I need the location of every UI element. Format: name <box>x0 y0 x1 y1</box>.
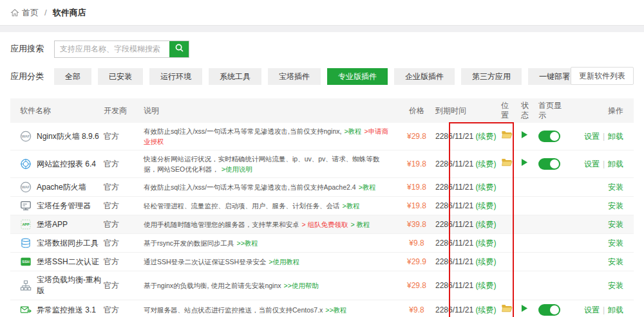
database-sync-icon <box>20 237 32 249</box>
category-button[interactable]: 第三方应用 <box>461 68 522 85</box>
homepage-toggle[interactable] <box>538 131 560 142</box>
expiry-cell: 2286/11/21 (续费) <box>435 201 501 212</box>
play-icon[interactable] <box>521 304 528 312</box>
uninstall-link[interactable]: 卸载 <box>608 159 623 168</box>
breadcrumb-home[interactable]: 首页 <box>22 7 39 19</box>
app-name: 网站监控报表 6.4 <box>37 159 96 170</box>
table-header: 软件名称 开发商 说明 价格 到期时间 位置 状态 首页显示 操作 <box>10 98 634 123</box>
folder-icon[interactable] <box>501 130 513 140</box>
app-name: 堡塔SSH二次认证 <box>37 257 99 267</box>
table-row: WAF Apache防火墙 官方 有效防止sql注入/xss/一句话木马等常见渗… <box>10 178 634 197</box>
settings-link[interactable]: 设置 <box>584 305 600 314</box>
home-icon <box>10 8 19 17</box>
install-link[interactable]: 安装 <box>608 220 623 229</box>
category-button[interactable]: 已安装 <box>98 68 143 85</box>
description-link[interactable]: >教程 <box>359 183 376 191</box>
action-cell: 安装 <box>572 257 634 267</box>
category-button[interactable]: 专业版插件 <box>327 68 388 85</box>
install-link[interactable]: 安装 <box>608 239 623 248</box>
expiry-date: 2286/11/21 <box>435 159 473 168</box>
home-show-cell <box>538 158 572 170</box>
renew-link[interactable]: (续费) <box>476 132 497 141</box>
category-button[interactable]: 运行环境 <box>149 68 202 85</box>
renew-link[interactable]: (续费) <box>476 281 497 290</box>
category-label: 应用分类 <box>10 71 54 82</box>
svg-text:WAF: WAF <box>22 185 30 189</box>
action-cell: 设置|卸载 <box>572 305 634 316</box>
description-link[interactable]: >>使用帮助 <box>284 282 319 289</box>
play-icon[interactable] <box>521 131 528 139</box>
description-link[interactable]: >使用说明 <box>222 165 252 173</box>
category-list: 全部已安装运行环境系统工具宝塔插件专业版插件企业版插件第三方应用一键部署 <box>54 68 587 85</box>
renew-link[interactable]: (续费) <box>476 183 497 192</box>
app-description: 基于rsync开发的数据同步工具>>教程 <box>144 238 398 248</box>
play-icon[interactable] <box>521 158 528 167</box>
renew-link[interactable]: (续费) <box>476 257 497 266</box>
header-name: 软件名称 <box>10 106 104 116</box>
description-link[interactable]: >教程 <box>344 127 361 135</box>
folder-icon[interactable] <box>501 158 513 167</box>
developer: 官方 <box>104 159 144 170</box>
category-button[interactable]: 全部 <box>54 68 91 85</box>
app-name: 宝塔任务管理器 <box>37 201 91 212</box>
price: ¥29.8 <box>398 131 435 142</box>
renew-link[interactable]: (续费) <box>476 201 497 210</box>
install-link[interactable]: 安装 <box>608 201 623 210</box>
action-cell: 安装 <box>572 219 634 230</box>
expiry-date: 2286/11/21 <box>435 201 473 210</box>
install-link[interactable]: 安装 <box>608 281 623 290</box>
developer: 官方 <box>104 280 144 291</box>
search-section: 应用搜索 <box>10 40 634 58</box>
header-home-show: 首页显示 <box>538 101 572 120</box>
search-button[interactable] <box>169 41 189 57</box>
uninstall-link[interactable]: 卸载 <box>608 305 623 314</box>
expiry-cell: 2286/11/21 (续费) <box>435 131 501 142</box>
breadcrumb: 首页 / 软件商店 <box>0 0 644 26</box>
expiry-cell: 2286/11/21 (续费) <box>435 305 501 316</box>
search-icon <box>175 43 184 55</box>
developer: 官方 <box>104 257 144 267</box>
uninstall-link[interactable]: 卸载 <box>608 132 623 141</box>
app-description: 可对服务器、站点状态进行监控推送，当前仅支持Centos7.x>>教程 <box>144 305 398 315</box>
install-link[interactable]: 安装 <box>608 257 623 266</box>
price: ¥9.8 <box>398 305 435 316</box>
description-link[interactable]: > 组队免费领取 <box>302 221 348 228</box>
header-status: 状态 <box>521 101 538 120</box>
settings-link[interactable]: 设置 <box>584 159 600 168</box>
svg-text:WAF: WAF <box>22 134 30 138</box>
category-button[interactable]: 企业版插件 <box>394 68 455 85</box>
price: ¥39.8 <box>398 219 435 230</box>
update-software-list-button[interactable]: 更新软件列表 <box>571 67 634 85</box>
renew-link[interactable]: (续费) <box>476 220 497 229</box>
homepage-toggle[interactable] <box>538 304 560 316</box>
description-link[interactable]: >>教程 <box>237 239 258 247</box>
homepage-toggle[interactable] <box>538 158 560 170</box>
description-link[interactable]: >>教程 <box>325 306 346 314</box>
renew-link[interactable]: (续费) <box>476 239 497 248</box>
install-link[interactable]: 安装 <box>608 183 623 192</box>
action-cell: 安装 <box>572 182 634 193</box>
renew-link[interactable]: (续费) <box>476 159 497 168</box>
developer: 官方 <box>104 238 144 249</box>
status-cell <box>521 131 538 142</box>
settings-link[interactable]: 设置 <box>584 132 600 141</box>
expiry-cell: 2286/11/21 (续费) <box>435 219 501 230</box>
category-section: 应用分类 全部已安装运行环境系统工具宝塔插件专业版插件企业版插件第三方应用一键部… <box>10 68 634 85</box>
search-box <box>54 41 189 58</box>
status-cell <box>521 304 538 316</box>
expiry-date: 2286/11/21 <box>435 183 473 192</box>
description-link[interactable]: > 教程 <box>351 221 370 228</box>
price: ¥29.8 <box>398 280 435 291</box>
category-button[interactable]: 系统工具 <box>209 68 261 85</box>
category-button[interactable]: 宝塔插件 <box>268 68 321 85</box>
software-table: 软件名称 开发商 说明 价格 到期时间 位置 状态 首页显示 操作 WAF Ng… <box>10 98 634 317</box>
search-input[interactable] <box>55 41 169 57</box>
description-link[interactable]: >使用教程 <box>269 258 299 266</box>
svg-text:SSH: SSH <box>22 260 29 264</box>
renew-link[interactable]: (续费) <box>476 305 497 314</box>
description-link[interactable]: >教程 <box>343 202 360 210</box>
expiry-cell: 2286/11/21 (续费) <box>435 280 501 291</box>
folder-icon[interactable] <box>501 303 513 313</box>
header-location: 位置 <box>501 101 521 120</box>
app-description: 通过SSH登录二次认证保证SSH登录安全>使用教程 <box>144 257 398 267</box>
